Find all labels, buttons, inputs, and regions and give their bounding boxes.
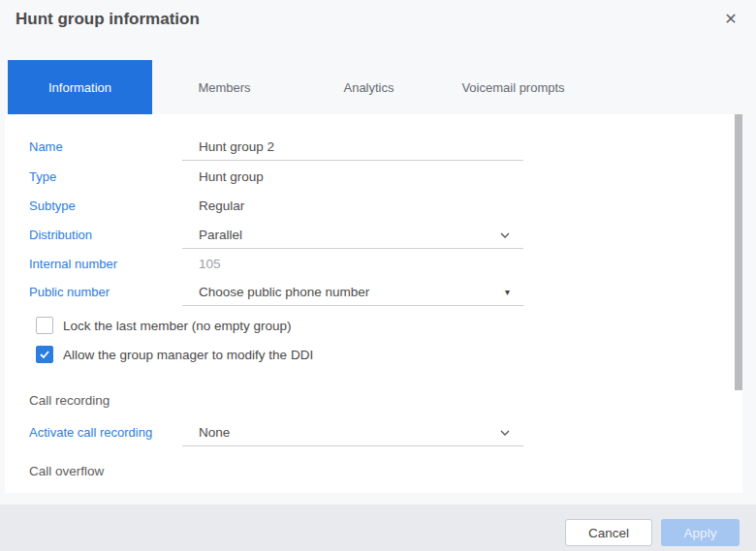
- allow-ddi-checkbox[interactable]: [36, 346, 53, 363]
- activate-call-recording-selected-value: None: [199, 425, 230, 440]
- public-number-label: Public number: [29, 279, 110, 306]
- tab-information[interactable]: Information: [8, 60, 152, 114]
- allow-ddi-row: Allow the group manager to modify the DD…: [36, 345, 313, 364]
- type-value: Hunt group: [182, 164, 523, 191]
- tab-members[interactable]: Members: [152, 60, 297, 114]
- field-row-internal-number: Internal number 105: [29, 251, 704, 278]
- activate-call-recording-label: Activate call recording: [29, 419, 152, 446]
- field-row-type: Type Hunt group: [29, 164, 704, 191]
- name-label: Name: [29, 134, 63, 161]
- subtype-value: Regular: [182, 193, 523, 220]
- field-row-public-number: Public number Choose public phone number…: [29, 279, 704, 306]
- distribution-selected-value: Parallel: [199, 228, 242, 242]
- call-recording-heading: Call recording: [29, 392, 110, 410]
- public-number-selected-value: Choose public phone number: [199, 285, 369, 299]
- tab-voicemail-prompts[interactable]: Voicemail prompts: [441, 60, 585, 114]
- lock-last-member-checkbox[interactable]: [36, 317, 53, 334]
- call-overflow-heading: Call overflow: [29, 463, 104, 480]
- cancel-button[interactable]: Cancel: [565, 519, 652, 546]
- distribution-select[interactable]: Parallel: [182, 222, 523, 249]
- dialog-title: Hunt group information: [16, 10, 200, 29]
- tab-analytics[interactable]: Analytics: [297, 60, 441, 114]
- field-row-distribution: Distribution Parallel: [29, 222, 704, 249]
- lock-last-member-row: Lock the last member (no empty group): [36, 316, 292, 335]
- field-row-activate-call-recording: Activate call recording None: [29, 419, 704, 446]
- field-row-name: Name Hunt group 2: [29, 134, 704, 161]
- allow-ddi-label: Allow the group manager to modify the DD…: [63, 348, 313, 362]
- caret-down-icon: ▾: [505, 279, 510, 306]
- name-input[interactable]: Hunt group 2: [182, 134, 523, 161]
- distribution-label: Distribution: [29, 222, 92, 249]
- dialog-footer: Cancel Apply: [0, 505, 756, 551]
- internal-number-value: 105: [182, 251, 523, 278]
- chevron-down-icon: [499, 427, 511, 439]
- internal-number-label: Internal number: [29, 251, 117, 278]
- close-icon[interactable]: ✕: [720, 9, 741, 30]
- subtype-label: Subtype: [29, 193, 76, 220]
- type-label: Type: [29, 164, 56, 191]
- vertical-scrollbar-thumb[interactable]: [735, 114, 742, 390]
- apply-button[interactable]: Apply: [661, 519, 740, 546]
- field-row-subtype: Subtype Regular: [29, 193, 704, 220]
- public-number-select[interactable]: Choose public phone number ▾: [182, 279, 523, 306]
- tab-bar: Information Members Analytics Voicemail …: [8, 60, 585, 114]
- activate-call-recording-select[interactable]: None: [182, 419, 523, 446]
- chevron-down-icon: [499, 230, 511, 241]
- information-tab-content: Name Hunt group 2 Type Hunt group Subtyp…: [5, 114, 742, 493]
- lock-last-member-label: Lock the last member (no empty group): [63, 319, 292, 333]
- check-icon: [39, 349, 50, 360]
